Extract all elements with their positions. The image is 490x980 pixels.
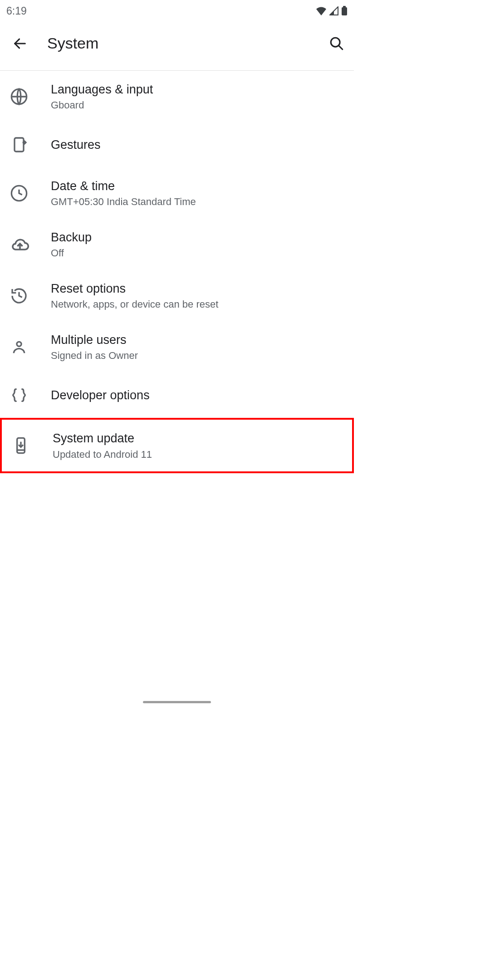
person-icon (8, 338, 51, 356)
item-subtitle: Network, apps, or device can be reset (51, 299, 346, 310)
item-gestures[interactable]: Gestures (0, 122, 354, 167)
wifi-icon (316, 6, 327, 15)
search-button[interactable] (326, 36, 348, 51)
item-backup[interactable]: Backup Off (0, 219, 354, 270)
svg-rect-7 (15, 138, 24, 152)
svg-rect-1 (343, 6, 346, 8)
item-title: Languages & input (51, 82, 346, 98)
item-subtitle: Off (51, 247, 346, 259)
cloud-upload-icon (8, 235, 51, 255)
item-subtitle: GMT+05:30 India Standard Time (51, 196, 346, 208)
highlight-annotation: System update Updated to Android 11 (0, 418, 354, 473)
back-button[interactable] (6, 36, 34, 51)
cellular-icon (329, 6, 338, 15)
history-icon (8, 287, 51, 305)
globe-icon (8, 88, 51, 106)
settings-list: Languages & input Gboard Gestures Date &… (0, 71, 354, 473)
item-title: System update (53, 431, 344, 446)
svg-rect-0 (342, 7, 347, 15)
item-title: Developer options (51, 387, 346, 403)
item-title: Backup (51, 230, 346, 245)
gesture-nav-bar[interactable] (143, 701, 211, 703)
item-languages-input[interactable]: Languages & input Gboard (0, 71, 354, 122)
gestures-icon (8, 136, 51, 154)
app-bar: System (0, 22, 354, 71)
svg-point-11 (17, 342, 21, 346)
item-title: Date & time (51, 178, 346, 194)
svg-point-8 (23, 142, 24, 143)
clock-icon (8, 184, 51, 202)
item-date-time[interactable]: Date & time GMT+05:30 India Standard Tim… (0, 167, 354, 219)
item-multiple-users[interactable]: Multiple users Signed in as Owner (0, 321, 354, 372)
item-system-update[interactable]: System update Updated to Android 11 (2, 420, 352, 471)
item-title: Multiple users (51, 332, 346, 348)
item-developer-options[interactable]: Developer options (0, 372, 354, 418)
svg-line-4 (338, 45, 343, 49)
battery-icon (341, 6, 348, 16)
item-subtitle: Gboard (51, 99, 346, 111)
item-reset-options[interactable]: Reset options Network, apps, or device c… (0, 270, 354, 321)
status-bar: 6:19 (0, 0, 354, 22)
item-subtitle: Signed in as Owner (51, 350, 346, 362)
item-title: Reset options (51, 281, 346, 297)
status-icons (316, 6, 348, 16)
system-update-icon (10, 436, 53, 455)
item-title: Gestures (51, 137, 346, 153)
status-time: 6:19 (6, 5, 27, 17)
page-title: System (34, 34, 326, 52)
code-braces-icon (8, 386, 51, 404)
item-subtitle: Updated to Android 11 (53, 449, 344, 461)
